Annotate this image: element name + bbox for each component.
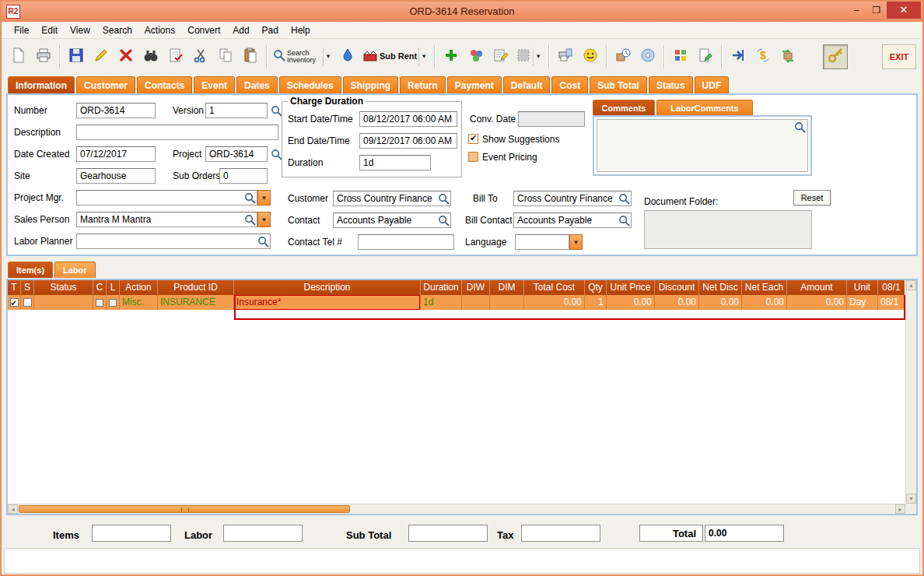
quick-search-button[interactable]	[335, 44, 360, 69]
col-header-product-id[interactable]: Product ID	[158, 280, 234, 295]
menu-add[interactable]: Add	[226, 23, 255, 38]
items-total-input[interactable]	[92, 525, 171, 542]
tab-labor[interactable]: Labor	[54, 262, 96, 278]
menu-pad[interactable]: Pad	[256, 23, 285, 38]
chevron-down-icon[interactable]	[418, 47, 429, 66]
col-header-l[interactable]: L	[107, 280, 120, 295]
col-header-action[interactable]: Action	[120, 280, 158, 295]
menu-actions[interactable]: Actions	[138, 23, 181, 38]
tab-cost[interactable]: Cost	[551, 76, 588, 93]
col-header-unit[interactable]: Unit	[847, 280, 878, 295]
row-l-checkbox[interactable]	[109, 299, 117, 307]
version-search-icon[interactable]	[270, 104, 282, 117]
customer-search-icon[interactable]	[437, 192, 450, 205]
col-header-net-disc[interactable]: Net Disc	[699, 280, 742, 295]
comments-text-area[interactable]	[597, 119, 808, 172]
tab-labor-comments[interactable]: LaborComments	[656, 100, 753, 115]
end-datetime-input[interactable]	[359, 133, 457, 149]
menu-edit[interactable]: Edit	[35, 23, 64, 38]
project-input[interactable]	[205, 146, 268, 162]
cell-description[interactable]: Insurance*	[234, 295, 421, 310]
tab-dates[interactable]: Dates	[236, 76, 278, 93]
duration-input[interactable]	[359, 155, 431, 170]
col-header-start-date[interactable]: 08/1	[878, 280, 905, 295]
bill-to-search-icon[interactable]	[618, 192, 630, 205]
col-header-description[interactable]: Description	[234, 280, 421, 295]
col-header-status[interactable]: Status	[34, 280, 93, 295]
col-header-unit-price[interactable]: Unit Price	[607, 280, 655, 295]
tab-shipping[interactable]: Shipping	[343, 76, 398, 93]
scrollbar-thumb[interactable]	[19, 505, 350, 513]
project-mgr-dropdown-button[interactable]	[257, 190, 271, 205]
maximize-button[interactable]	[866, 3, 887, 19]
sales-person-search-icon[interactable]	[243, 213, 256, 226]
number-input[interactable]	[76, 103, 156, 118]
convert-order-button[interactable]	[775, 44, 800, 69]
bill-to-input[interactable]	[513, 191, 632, 206]
tab-udf[interactable]: UDF	[695, 76, 730, 93]
customer-input[interactable]	[333, 191, 451, 206]
scroll-down-button[interactable]	[906, 493, 916, 504]
col-header-net-each[interactable]: Net Each	[742, 280, 787, 295]
contact-search-icon[interactable]	[437, 214, 450, 227]
labor-planner-search-icon[interactable]	[257, 235, 269, 248]
event-pricing-checkbox[interactable]	[468, 152, 478, 162]
minimize-button[interactable]	[846, 3, 866, 19]
edit-button[interactable]	[89, 44, 114, 69]
contact-input[interactable]	[333, 212, 451, 228]
bill-contact-search-icon[interactable]	[618, 214, 630, 227]
tab-sub-total[interactable]: Sub Total	[590, 76, 647, 93]
bill-contact-input[interactable]	[513, 212, 632, 228]
row-c-checkbox[interactable]	[96, 299, 103, 307]
labor-total-input[interactable]	[223, 525, 303, 542]
description-input[interactable]	[76, 125, 278, 140]
print-forms-button[interactable]	[553, 44, 578, 69]
scroll-left-button[interactable]	[8, 504, 18, 514]
language-input[interactable]	[515, 234, 569, 250]
version-input[interactable]	[205, 103, 268, 118]
feedback-button[interactable]	[578, 44, 603, 69]
verify-button[interactable]	[163, 44, 188, 69]
billing-button[interactable]: $	[751, 44, 775, 69]
col-header-s[interactable]: S	[21, 280, 34, 295]
labor-planner-input[interactable]	[76, 234, 271, 249]
reset-button[interactable]: Reset	[793, 190, 831, 205]
menu-view[interactable]: View	[64, 23, 96, 38]
tab-customer[interactable]: Customer	[76, 76, 135, 93]
language-dropdown-button[interactable]	[569, 234, 583, 250]
col-header-amount[interactable]: Amount	[787, 280, 847, 295]
col-header-duration[interactable]: Duration	[421, 280, 462, 295]
scroll-right-button[interactable]	[895, 504, 905, 514]
tab-items[interactable]: Item(s)	[8, 262, 53, 278]
table-row[interactable]: Misc. INSURANCE Insurance* 1d 0.00 1 0.0…	[8, 295, 905, 310]
col-header-t[interactable]: T	[8, 280, 21, 295]
col-header-diw[interactable]: DIW	[462, 280, 490, 295]
project-mgr-input[interactable]	[76, 190, 257, 205]
contact-tel-input[interactable]	[358, 234, 454, 250]
reports-button[interactable]	[668, 44, 693, 69]
tab-payment[interactable]: Payment	[447, 76, 502, 93]
conv-date-input[interactable]	[518, 111, 585, 127]
col-header-dim[interactable]: DIM	[490, 280, 524, 295]
col-header-qty[interactable]: Qty	[585, 280, 607, 295]
menu-help[interactable]: Help	[285, 23, 317, 38]
close-button[interactable]	[887, 2, 921, 19]
tab-event[interactable]: Event	[194, 76, 235, 93]
exit-button[interactable]: EXIT	[882, 44, 916, 69]
sub-orders-input[interactable]	[219, 168, 268, 184]
copy-button[interactable]	[213, 44, 238, 69]
menu-search[interactable]: Search	[96, 23, 138, 38]
sub-total-input[interactable]	[408, 525, 488, 542]
add-item-button[interactable]	[439, 44, 464, 69]
tab-information[interactable]: Information	[8, 76, 75, 93]
tab-schedules[interactable]: Schedules	[279, 76, 341, 93]
project-mgr-search-icon[interactable]	[243, 191, 256, 204]
menu-file[interactable]: File	[8, 23, 35, 38]
export-button[interactable]	[726, 44, 751, 69]
tab-contacts[interactable]: Contacts	[137, 76, 192, 93]
vertical-scrollbar[interactable]	[905, 280, 916, 504]
tab-return[interactable]: Return	[400, 76, 446, 93]
show-suggestions-checkbox[interactable]	[468, 134, 478, 144]
site-input[interactable]	[76, 168, 156, 184]
start-datetime-input[interactable]	[359, 111, 457, 127]
